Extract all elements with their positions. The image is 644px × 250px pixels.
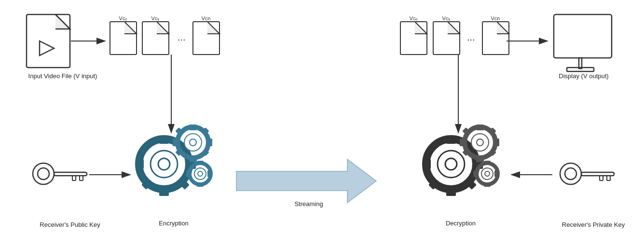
public-key-label: Receiver's Public Key: [27, 221, 113, 228]
encryption-gears: [136, 125, 212, 196]
svg-text:Vcn: Vcn: [491, 15, 500, 21]
svg-rect-34: [197, 182, 204, 187]
svg-rect-11: [136, 159, 144, 169]
svg-point-82: [481, 168, 493, 180]
vc1-left-label: Vc₁: [151, 15, 160, 21]
dots-left: ...: [178, 32, 186, 42]
svg-rect-22: [189, 156, 197, 162]
svg-rect-85: [554, 14, 612, 58]
svg-rect-68: [460, 139, 466, 146]
svg-rect-4: [142, 22, 169, 55]
decryption-gears: [423, 125, 499, 196]
svg-rect-54: [446, 136, 456, 144]
svg-point-62: [438, 151, 465, 178]
svg-rect-92: [607, 176, 610, 181]
svg-rect-69: [493, 139, 499, 146]
svg-rect-47: [482, 22, 509, 55]
svg-rect-81: [494, 170, 499, 177]
svg-rect-87: [567, 68, 594, 71]
svg-point-17: [151, 151, 178, 178]
svg-rect-91: [600, 176, 603, 181]
svg-point-39: [33, 163, 54, 184]
svg-rect-80: [473, 170, 478, 177]
streaming-label: Streaming: [280, 200, 338, 208]
svg-point-37: [194, 168, 206, 180]
vc1-right-icon: [433, 22, 460, 55]
svg-rect-24: [206, 139, 212, 146]
svg-rect-55: [446, 188, 456, 196]
svg-rect-33: [197, 161, 204, 165]
svg-rect-3: [110, 22, 137, 55]
svg-rect-79: [484, 182, 491, 187]
vc1-left-icon: [142, 22, 169, 55]
vcn-right-icon: [482, 22, 509, 55]
private-key-label: Receiver's Private Key: [545, 221, 642, 228]
streaming-arrow: [236, 159, 376, 203]
svg-rect-9: [159, 136, 169, 144]
svg-rect-35: [186, 170, 191, 177]
svg-rect-86: [579, 58, 582, 69]
svg-rect-45: [400, 22, 427, 55]
svg-text:Vc₁: Vc₁: [442, 15, 451, 21]
svg-point-29: [184, 134, 202, 151]
diagram: ... Vc₀ Vc₁ Vcn: [0, 0, 644, 250]
svg-rect-67: [476, 156, 484, 162]
svg-rect-41: [54, 172, 87, 176]
display-icon: [554, 14, 612, 71]
svg-point-74: [471, 134, 489, 151]
svg-rect-66: [476, 125, 484, 130]
vc0-left-label: Vc₀: [119, 15, 128, 21]
vcn-left-label: Vcn: [202, 15, 211, 21]
svg-rect-43: [80, 176, 83, 181]
vc0-left-icon: [110, 22, 137, 55]
svg-rect-90: [581, 172, 614, 176]
svg-rect-5: [193, 22, 219, 55]
svg-rect-78: [484, 161, 491, 165]
vcn-left-icon: [193, 22, 219, 55]
display-label: Display (V output): [545, 72, 622, 80]
svg-point-89: [565, 168, 576, 180]
svg-rect-46: [433, 22, 460, 55]
svg-point-40: [38, 168, 49, 180]
vc0-right-icon: [400, 22, 427, 55]
encryption-label: Encryption: [137, 220, 210, 227]
input-video-label: Input Video File (V input): [27, 72, 99, 80]
svg-rect-56: [423, 159, 431, 169]
dots-right: ...: [467, 32, 475, 42]
input-video-icon: [27, 14, 70, 68]
svg-point-88: [560, 163, 581, 184]
svg-rect-10: [159, 188, 169, 196]
private-key-icon: [560, 163, 614, 184]
svg-rect-36: [207, 170, 212, 177]
svg-rect-42: [72, 176, 76, 181]
svg-rect-23: [173, 139, 178, 146]
svg-rect-21: [189, 125, 197, 130]
svg-text:Vc₀: Vc₀: [410, 15, 418, 21]
public-key-icon: [33, 163, 87, 184]
decryption-label: Decryption: [425, 220, 497, 227]
